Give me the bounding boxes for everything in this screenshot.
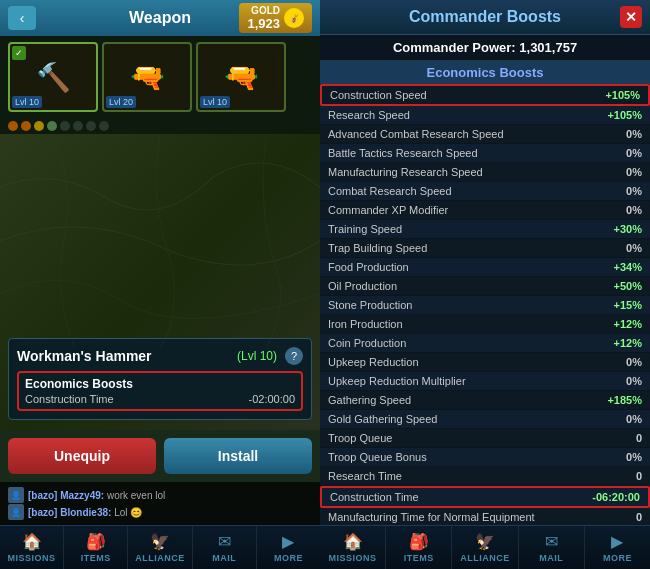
page-title: Weapon [129,9,191,27]
missions-label: MISSIONS [8,553,56,563]
boost-value-econ-12: +12% [614,318,642,330]
economics-boost-row-18: Troop Queue 0 [320,429,650,448]
boost-name-econ-0: Construction Speed [330,89,427,101]
help-button[interactable]: ? [285,347,303,365]
weapon-level-display: (Lvl 10) [237,349,277,363]
right-nav-items[interactable]: 🎒 ITEMS [386,526,452,569]
boost-name-econ-16: Gathering Speed [328,394,411,406]
weapon-name: Workman's Hammer [17,348,152,364]
weapon-level-2: Lvl 20 [106,96,136,108]
missions-icon: 🏠 [22,532,42,551]
nav-items[interactable]: 🎒 ITEMS [64,526,128,569]
back-button[interactable]: ‹ [8,6,36,30]
boost-name-econ-20: Research Time [328,470,402,482]
economics-boost-row-8: Trap Building Speed 0% [320,239,650,258]
more-icon: ▶ [282,532,294,551]
right-missions-label: MISSIONS [329,553,377,563]
economics-boost-row-13: Coin Production +12% [320,334,650,353]
boost-name-econ-10: Oil Production [328,280,397,292]
dot-2 [21,121,31,131]
items-icon: 🎒 [86,532,106,551]
gold-icon: 💰 [284,8,304,28]
boost-name-econ-13: Coin Production [328,337,406,349]
boost-name-econ-12: Iron Production [328,318,403,330]
close-button[interactable]: ✕ [620,6,642,28]
boost-value-econ-22: 0 [636,511,642,523]
nav-missions[interactable]: 🏠 MISSIONS [0,526,64,569]
nav-mail[interactable]: ✉ MAIL [193,526,257,569]
nav-more[interactable]: ▶ MORE [257,526,320,569]
dot-8 [99,121,109,131]
nav-alliance[interactable]: 🦅 ALLIANCE [128,526,192,569]
economics-rows-container: Construction Speed +105% Research Speed … [320,84,650,525]
commander-power: Commander Power: 1,301,757 [320,35,650,61]
boost-value-econ-5: 0% [626,185,642,197]
chat-msg-1: work even lol [107,490,165,501]
chat-text-1: [bazo] Mazzy49: work even lol [28,490,165,501]
boost-value-econ-3: 0% [626,147,642,159]
boost-value-econ-14: 0% [626,356,642,368]
chat-avatar-2: 👤 [8,504,24,520]
left-bottom-nav: 🏠 MISSIONS 🎒 ITEMS 🦅 ALLIANCE ✉ MAIL ▶ M… [0,525,320,569]
economics-boost-row-5: Combat Research Speed 0% [320,182,650,201]
weapon-slot-3[interactable]: 🔫 Lvl 10 [196,42,286,112]
chat-message-2: 👤 [bazo] Blondie38: Lol 😊 [8,504,312,520]
right-mail-icon: ✉ [545,532,558,551]
boost-name-econ-5: Combat Research Speed [328,185,452,197]
dot-3 [34,121,44,131]
economics-boost-row-0: Construction Speed +105% [320,84,650,106]
right-header: Commander Boosts ✕ [320,0,650,35]
dot-6 [73,121,83,131]
right-alliance-icon: 🦅 [475,532,495,551]
economics-boost-row-19: Troop Queue Bonus 0% [320,448,650,467]
construction-value: -02:00:00 [249,393,295,405]
right-nav-more[interactable]: ▶ MORE [585,526,650,569]
boost-name-econ-17: Gold Gathering Speed [328,413,437,425]
right-alliance-label: ALLIANCE [460,553,510,563]
economics-boost-row-15: Upkeep Reduction Multiplier 0% [320,372,650,391]
boost-name-econ-18: Troop Queue [328,432,392,444]
boost-value-econ-4: 0% [626,166,642,178]
economics-boosts-header: Economics Boosts [320,61,650,84]
install-button[interactable]: Install [164,438,312,474]
construction-label: Construction Time [25,393,114,405]
boost-value-econ-20: 0 [636,470,642,482]
economics-title: Economics Boosts [25,377,295,391]
economics-boost-row-20: Research Time 0 [320,467,650,486]
boost-list: Economics Boosts Construction Speed +105… [320,61,650,525]
boost-value-econ-13: +12% [614,337,642,349]
map-svg [0,134,320,347]
right-items-label: ITEMS [404,553,434,563]
boost-value-econ-11: +15% [614,299,642,311]
boost-value-econ-8: 0% [626,242,642,254]
weapon-slot-1[interactable]: ✓ 🔨 Lvl 10 [8,42,98,112]
boost-value-econ-21: -06:20:00 [592,491,640,503]
map-area: Workman's Hammer (Lvl 10) ? Economics Bo… [0,134,320,430]
boost-name-econ-8: Trap Building Speed [328,242,427,254]
dot-4 [47,121,57,131]
gold-amount: 1,923 [247,16,280,31]
more-label: MORE [274,553,303,563]
weapon-level-1: Lvl 10 [12,96,42,108]
unequip-button[interactable]: Unequip [8,438,156,474]
boost-value-econ-9: +34% [614,261,642,273]
boost-name-econ-3: Battle Tactics Research Speed [328,147,478,159]
economics-boost-row-4: Manufacturing Research Speed 0% [320,163,650,182]
right-nav-alliance[interactable]: 🦅 ALLIANCE [452,526,518,569]
boost-value-econ-7: +30% [614,223,642,235]
boost-name-econ-4: Manufacturing Research Speed [328,166,483,178]
right-nav-mail[interactable]: ✉ MAIL [519,526,585,569]
boost-name-econ-19: Troop Queue Bonus [328,451,427,463]
construction-row: Construction Time -02:00:00 [25,393,295,405]
weapon-info-card: Workman's Hammer (Lvl 10) ? Economics Bo… [8,338,312,420]
mail-label: MAIL [212,553,236,563]
right-nav-missions[interactable]: 🏠 MISSIONS [320,526,386,569]
right-more-icon: ▶ [611,532,623,551]
boost-value-econ-17: 0% [626,413,642,425]
gold-display: GOLD 1,923 💰 [239,3,312,33]
alliance-icon: 🦅 [150,532,170,551]
chat-user-1: [bazo] Mazzy49: [28,490,104,501]
economics-boost-row-21: Construction Time -06:20:00 [320,486,650,508]
weapon-slot-2[interactable]: 🔫 Lvl 20 [102,42,192,112]
boost-value-econ-19: 0% [626,451,642,463]
